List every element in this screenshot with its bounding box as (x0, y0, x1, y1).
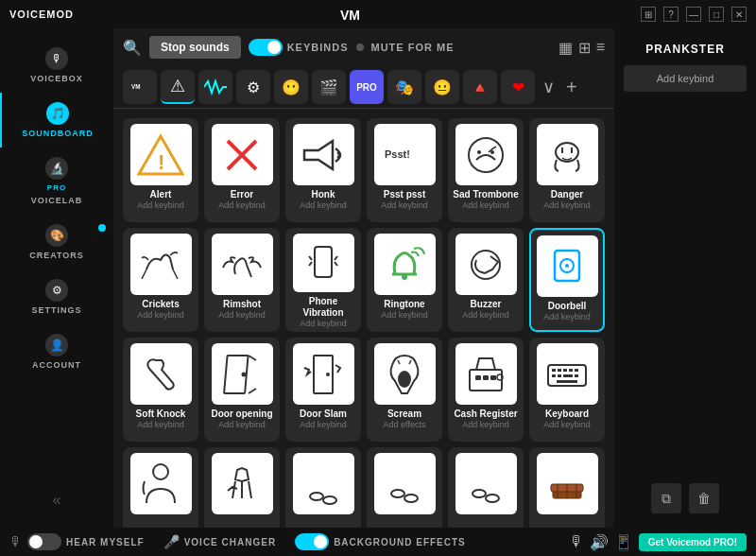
sound-card-danger[interactable]: DangerAdd keybind (529, 118, 605, 222)
cat-tab-waveform[interactable] (198, 70, 232, 104)
sidebar-item-creators[interactable]: 🎨 CREATORS (0, 215, 113, 269)
mic-bottom-icon[interactable]: 🎙 (569, 533, 584, 550)
panel-copy-btn[interactable]: ⧉ (651, 483, 681, 513)
svg-point-9 (490, 150, 494, 154)
svg-text:!: ! (158, 150, 164, 174)
grid-small-view-btn[interactable]: ▦ (558, 39, 573, 57)
sound-card-buzzer[interactable]: BuzzerAdd keybind (448, 228, 524, 332)
grid-large-view-btn[interactable]: ⊞ (578, 39, 591, 57)
speaker-bottom-icon[interactable]: 🔊 (590, 533, 609, 551)
cat-tab-triangle-warning[interactable]: 🔺 (463, 70, 497, 104)
sound-card-sad-trombone[interactable]: Sad TromboneAdd keybind (448, 118, 524, 222)
sound-card-cash-register[interactable]: Cash RegisterAdd keybind (448, 338, 524, 442)
svg-point-10 (556, 143, 578, 162)
cat-tab-warning[interactable]: ⚠ (161, 70, 195, 104)
sound-keybind-cash-register[interactable]: Add keybind (462, 420, 509, 429)
sound-keybind-error[interactable]: Add keybind (218, 200, 266, 210)
sound-keybind-sad-trombone[interactable]: Add keybind (462, 200, 509, 210)
sound-keybind-door-slam[interactable]: Add keybind (300, 420, 347, 429)
sidebar-collapse-btn[interactable]: « (0, 482, 113, 518)
sound-icon-sad-trombone (455, 124, 517, 185)
sound-keybind-psst-psst[interactable]: Add keybind (381, 200, 428, 210)
sound-card-door-opening[interactable]: Door openingAdd keybind (204, 338, 280, 442)
svg-point-55 (310, 493, 323, 500)
grid-icon-btn[interactable]: ⊞ (641, 7, 656, 22)
sound-keybind-alert[interactable]: Add keybind (137, 200, 184, 210)
sound-card-keyboard[interactable]: KeyboardAdd keybind (529, 338, 605, 442)
sound-keybind-soft-knock[interactable]: Add keybind (137, 420, 184, 429)
sound-card-rimshot[interactable]: RimshotAdd keybind (204, 228, 280, 332)
cat-tab-settings[interactable]: ⚙ (236, 70, 270, 104)
stop-sounds-button[interactable]: Stop sounds (149, 36, 241, 59)
sound-card-sound19[interactable] (123, 447, 198, 528)
sound-icon-buzzer (455, 234, 517, 295)
sound-card-scream[interactable]: ScreamAdd effects (367, 338, 442, 442)
sound-keybind-scream[interactable]: Add effects (384, 420, 426, 429)
pro-cta-button[interactable]: Get Voicemod PRO! (639, 533, 747, 551)
sound-name-scream: Scream (387, 408, 421, 420)
sound-icon-alert: ! (130, 124, 192, 185)
sound-name-psst-psst: Psst psst (384, 189, 425, 200)
bg-effects-toggle[interactable] (295, 533, 329, 550)
sound-keybind-crickets[interactable]: Add keybind (137, 310, 184, 320)
sound-card-alert[interactable]: !AlertAdd keybind (123, 118, 198, 222)
sound-card-honk[interactable]: HonkAdd keybind (285, 118, 361, 222)
svg-point-21 (402, 274, 407, 280)
maximize-btn[interactable]: □ (709, 7, 724, 22)
minimize-btn[interactable]: — (686, 7, 701, 22)
creators-notification-dot (98, 224, 106, 232)
sidebar-item-soundboard[interactable]: 🎵 SOUNDBOARD (0, 93, 113, 148)
cat-tab-face[interactable]: 😶 (274, 70, 308, 104)
panel-add-keybind-btn[interactable]: Add keybind (624, 65, 747, 92)
sound-keybind-honk[interactable]: Add keybind (300, 200, 347, 210)
phone-bottom-icon[interactable]: 📱 (614, 533, 633, 551)
keybinds-toggle[interactable] (249, 39, 283, 56)
sidebar-item-account[interactable]: 👤 ACCOUNT (0, 324, 113, 379)
sound-card-door-slam[interactable]: Door SlamAdd keybind (285, 338, 361, 442)
search-icon[interactable]: 🔍 (123, 39, 142, 57)
list-view-btn[interactable]: ≡ (596, 39, 605, 56)
help-icon-btn[interactable]: ? (663, 7, 679, 22)
sidebar-item-settings[interactable]: ⚙ SETTINGS (0, 269, 113, 324)
sound-keybind-rimshot[interactable]: Add keybind (218, 310, 266, 320)
sound-card-ringtone[interactable]: RingtoneAdd keybind (367, 228, 442, 332)
sound-card-sound22[interactable] (367, 447, 442, 528)
cat-tab-face2[interactable]: 😐 (425, 70, 459, 104)
sound-keybind-door-opening[interactable]: Add keybind (218, 420, 266, 429)
sound-keybind-phone-vibration[interactable]: Add keybind (300, 319, 347, 328)
sound-keybind-ringtone[interactable]: Add keybind (381, 310, 428, 320)
sound-keybind-danger[interactable]: Add keybind (543, 200, 591, 210)
sound-card-phone-vibration[interactable]: Phone VibrationAdd keybind (285, 228, 361, 332)
sound-card-doorbell[interactable]: DoorbellAdd keybind (529, 228, 605, 332)
sound-keybind-keyboard[interactable]: Add keybind (543, 420, 591, 429)
svg-point-31 (326, 373, 330, 376)
category-more-btn[interactable]: ∨ (539, 77, 558, 97)
sound-keybind-buzzer[interactable]: Add keybind (462, 310, 509, 320)
sidebar-item-voicebox[interactable]: 🎙 VOICEBOX (0, 38, 113, 93)
cat-tab-heart[interactable]: ❤ (501, 70, 535, 104)
sidebar-label-account: ACCOUNT (32, 360, 81, 370)
sound-card-sound24[interactable] (529, 447, 605, 528)
bottom-bar-right: 🎙 🔊 📱 Get Voicemod PRO! (569, 533, 747, 551)
cat-tab-character[interactable]: 🎭 (387, 70, 421, 104)
sound-card-soft-knock[interactable]: Soft KnockAdd keybind (123, 338, 198, 442)
sound-card-crickets[interactable]: CricketsAdd keybind (123, 228, 198, 332)
sound-card-sound21[interactable] (285, 447, 361, 528)
sound-card-sound23[interactable] (448, 447, 524, 528)
sound-card-psst-psst[interactable]: Psst!Psst psstAdd keybind (367, 118, 442, 222)
sound-keybind-doorbell[interactable]: Add keybind (543, 312, 591, 321)
bottom-bar: 🎙 HEAR MYSELF 🎤 VOICE CHANGER BACKGROUND… (0, 528, 756, 556)
cat-tab-pro[interactable]: PRO (350, 70, 384, 104)
svg-text:VM: VM (131, 83, 140, 90)
sound-icon-phone-vibration (293, 234, 354, 292)
cat-tab-video[interactable]: 🎬 (312, 70, 346, 104)
sidebar-item-pro-voicelab[interactable]: 🔬 PRO VOICELAB (0, 148, 113, 215)
cat-tab-vm[interactable]: VM (123, 70, 157, 104)
close-btn[interactable]: ✕ (731, 7, 747, 22)
sound-card-sound20[interactable] (204, 447, 280, 528)
category-add-btn[interactable]: + (562, 77, 581, 98)
sound-icon-honk (293, 124, 354, 185)
sound-card-error[interactable]: ErrorAdd keybind (204, 118, 280, 222)
hear-myself-toggle[interactable] (27, 533, 61, 550)
panel-trash-btn[interactable]: 🗑 (689, 483, 719, 513)
